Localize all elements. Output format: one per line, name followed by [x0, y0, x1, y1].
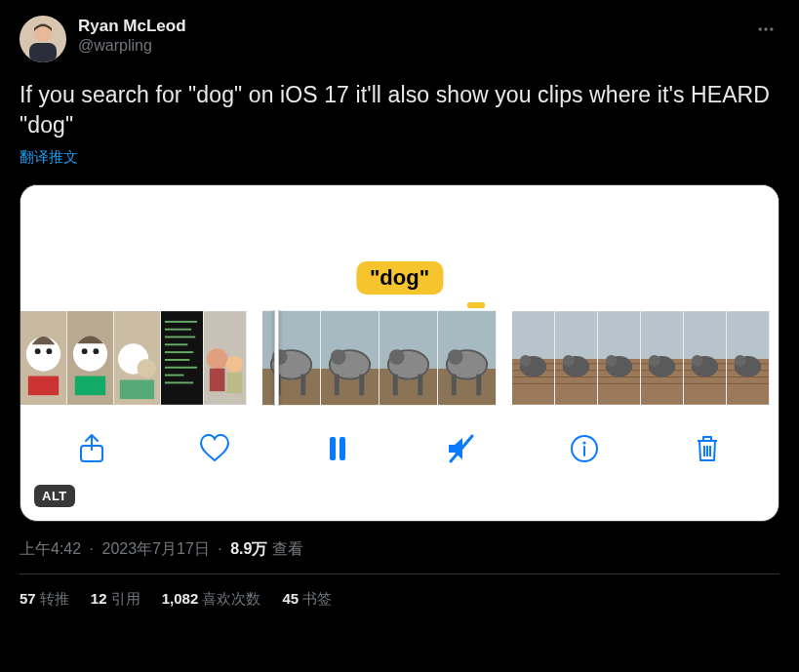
views-count: 8.9万: [230, 540, 267, 557]
svg-rect-61: [452, 375, 457, 396]
time[interactable]: 上午4:42: [20, 540, 81, 557]
svg-rect-71: [555, 311, 597, 359]
svg-point-18: [138, 359, 157, 378]
stat-retweets[interactable]: 57 转推: [20, 590, 69, 609]
avatar[interactable]: [20, 16, 66, 62]
stat-bookmarks[interactable]: 45 书签: [282, 590, 332, 609]
svg-rect-28: [165, 375, 184, 376]
svg-rect-2: [29, 43, 57, 62]
clip-thumbnail[interactable]: [114, 310, 161, 406]
clip-thumbnail[interactable]: [555, 310, 598, 406]
svg-rect-54: [393, 375, 398, 396]
meta-line: 上午4:42 · 2023年7月17日 · 8.9万 查看: [20, 539, 779, 560]
clip-thumbnail[interactable]: [512, 310, 555, 406]
svg-point-70: [520, 355, 532, 367]
clip-group: [20, 310, 247, 406]
svg-rect-10: [28, 376, 59, 396]
svg-rect-63: [512, 311, 554, 359]
svg-rect-25: [165, 351, 193, 353]
more-button[interactable]: [752, 16, 779, 47]
mute-button[interactable]: [441, 428, 482, 469]
svg-rect-26: [165, 359, 189, 361]
media-top: "dog": [20, 185, 779, 310]
user-block[interactable]: Ryan McLeod @warpling: [78, 16, 186, 56]
svg-point-110: [735, 355, 746, 367]
svg-point-31: [207, 348, 228, 370]
svg-point-102: [692, 355, 703, 367]
svg-point-3: [759, 27, 762, 30]
svg-rect-62: [476, 375, 481, 396]
clip-thumbnail[interactable]: [598, 310, 641, 406]
svg-point-46: [331, 349, 346, 365]
svg-rect-32: [210, 369, 225, 391]
svg-rect-87: [641, 311, 683, 359]
svg-rect-21: [165, 321, 197, 323]
like-button[interactable]: [194, 428, 235, 469]
svg-rect-22: [165, 329, 191, 331]
video-timeline[interactable]: [20, 310, 779, 406]
svg-point-8: [35, 348, 41, 354]
svg-point-53: [389, 349, 405, 365]
svg-point-14: [93, 348, 99, 354]
display-name: Ryan McLeod: [78, 16, 186, 36]
svg-point-78: [563, 355, 575, 367]
playhead[interactable]: [274, 310, 279, 406]
tweet-text: If you search for "dog" on iOS 17 it'll …: [20, 80, 779, 140]
clip-thumbnail[interactable]: [67, 310, 114, 406]
handle: @warpling: [78, 36, 186, 56]
tweet-container: Ryan McLeod @warpling If you search for …: [0, 0, 799, 609]
svg-point-60: [448, 349, 463, 365]
clip-thumbnail[interactable]: [438, 310, 497, 406]
stats-row: 57 转推 12 引用 1,082 喜欢次数 45 书签: [20, 574, 779, 609]
clip-thumbnail[interactable]: [684, 310, 727, 406]
alt-badge[interactable]: ALT: [34, 485, 75, 507]
share-button[interactable]: [71, 428, 112, 469]
svg-rect-29: [165, 382, 193, 384]
clip-thumbnail[interactable]: [380, 310, 438, 406]
clip-group: [512, 310, 770, 406]
svg-rect-113: [340, 437, 345, 460]
svg-rect-34: [226, 373, 242, 394]
svg-rect-47: [335, 375, 340, 396]
clip-group-current: [262, 310, 497, 406]
svg-point-4: [764, 27, 767, 30]
tweet-header: Ryan McLeod @warpling: [20, 16, 779, 62]
clip-thumbnail[interactable]: [204, 310, 247, 406]
search-term-bubble: "dog": [356, 261, 443, 295]
svg-rect-55: [418, 375, 422, 396]
clip-thumbnail[interactable]: [20, 310, 67, 406]
stat-quotes[interactable]: 12 引用: [91, 590, 140, 609]
svg-rect-23: [165, 336, 195, 338]
timeline-marker: [467, 302, 485, 308]
info-button[interactable]: [564, 428, 605, 469]
svg-point-86: [606, 355, 618, 367]
svg-point-9: [46, 348, 52, 354]
svg-point-5: [770, 27, 773, 30]
svg-rect-48: [359, 375, 364, 396]
svg-rect-95: [684, 311, 726, 359]
pause-button[interactable]: [317, 428, 358, 469]
svg-rect-20: [161, 311, 203, 405]
svg-rect-79: [598, 311, 640, 359]
translate-link[interactable]: 翻译推文: [20, 148, 78, 167]
clip-thumbnail[interactable]: [727, 310, 770, 406]
svg-rect-41: [300, 375, 305, 396]
svg-rect-103: [727, 311, 769, 359]
media-card[interactable]: "dog": [20, 184, 779, 522]
clip-thumbnail[interactable]: [262, 310, 321, 406]
clip-thumbnail[interactable]: [321, 310, 380, 406]
svg-point-94: [649, 355, 660, 367]
svg-rect-24: [165, 343, 187, 345]
stat-likes[interactable]: 1,082 喜欢次数: [162, 590, 261, 609]
media-toolbar: [20, 406, 779, 492]
svg-rect-27: [165, 367, 197, 369]
date[interactable]: 2023年7月17日: [102, 540, 210, 557]
views-label: 查看: [272, 540, 303, 557]
clip-thumbnail[interactable]: [161, 310, 204, 406]
svg-rect-15: [75, 376, 105, 396]
clip-thumbnail[interactable]: [641, 310, 684, 406]
svg-rect-112: [330, 437, 336, 460]
svg-point-13: [82, 348, 88, 354]
delete-button[interactable]: [687, 428, 728, 469]
svg-point-116: [582, 441, 585, 444]
